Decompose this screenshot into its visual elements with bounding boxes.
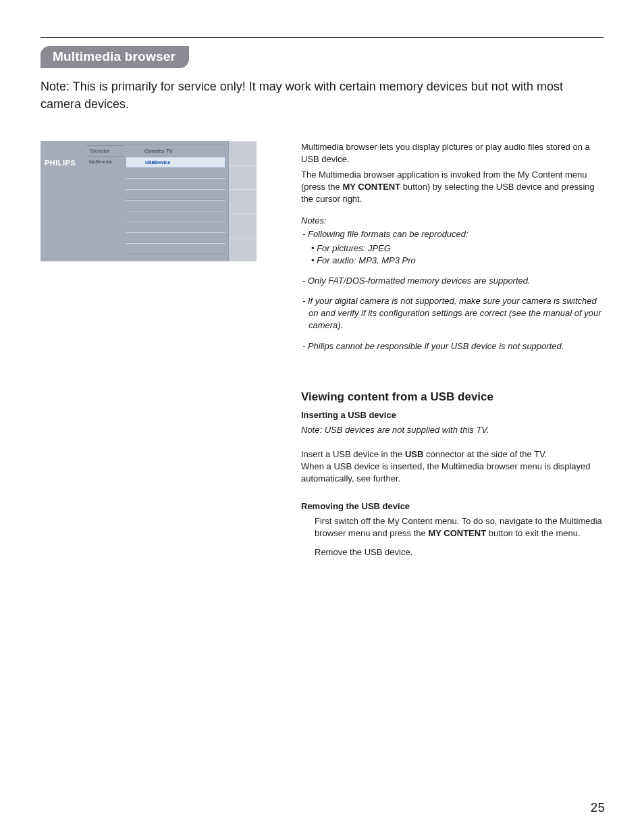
heading-inserting-usb: Inserting a USB device [301,409,603,421]
note-item: - If your digital camera is not supporte… [301,295,603,332]
mock-col-header: Canales TV [126,145,225,157]
button-label-text: MY CONTENT [342,182,400,192]
button-label-text: MY CONTENT [428,528,486,538]
top-rule [41,37,603,38]
lead-note: Note: This is primarily for service only… [41,78,603,113]
note-item: - Only FAT/DOS-formatted memory devices … [301,275,603,287]
mock-row [126,221,225,232]
note-text: Note: USB devices are not supplied with … [301,424,603,436]
body-text: First switch off the My Content menu. To… [301,515,603,540]
intro-paragraph: The Multimedia browser application is in… [301,169,603,206]
body-text: Remove the USB device. [301,546,603,558]
note-item: - Philips cannot be responsible if your … [301,340,603,353]
note-subitem: • For audio: MP3, MP3 Pro [301,255,603,267]
note-subitem: • For pictures: JPEG [301,242,603,255]
heading-removing-usb: Removing the USB device [301,500,603,513]
connector-label: USB [405,449,423,459]
section-title: Multimedia browser [41,46,189,68]
mock-row [126,243,225,254]
mock-menu-item: Televisión [86,145,124,156]
text: button to exit the menu. [486,528,580,538]
mock-row [126,200,225,211]
left-column: PHILIPS Televisión Multimedia Canales TV… [41,141,257,565]
mock-row: ·········· [126,167,225,178]
mock-row [126,178,225,189]
intro-paragraph: Multimedia browser lets you display pict… [301,141,603,165]
philips-logo: PHILIPS [45,159,76,167]
text: Insert a USB device in the [301,449,405,459]
tv-menu-mock: PHILIPS Televisión Multimedia Canales TV… [41,141,257,261]
heading-viewing-content: Viewing content from a USB device [301,389,603,405]
mock-menu-item: Multimedia [86,156,124,167]
text: connector at the side of the TV. [423,449,547,459]
body-text: When a USB device is inserted, the Multi… [301,461,603,485]
mock-row [126,189,225,200]
note-item: - Following file formats can be reproduc… [301,228,603,240]
page-number: 25 [591,800,605,815]
mock-selected-item: USBDevice [126,157,225,167]
notes-heading: Notes: [301,215,603,227]
right-column: Multimedia browser lets you display pict… [301,141,603,565]
mock-row [126,211,225,221]
mock-row [126,232,225,243]
body-text: Insert a USB device in the USB connector… [301,448,603,461]
